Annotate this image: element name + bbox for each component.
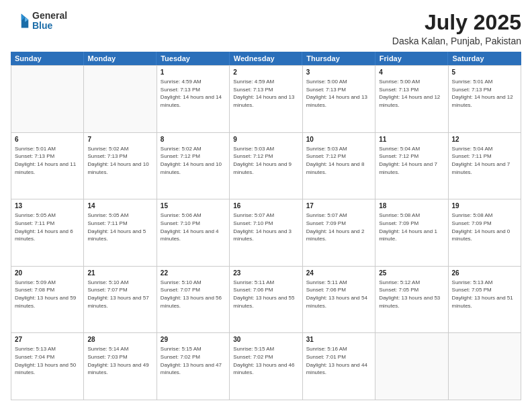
day-info-6: Sunrise: 5:01 AMSunset: 7:13 PMDaylight:… — [15, 145, 80, 176]
day-info-28: Sunrise: 5:14 AMSunset: 7:03 PMDaylight:… — [87, 345, 152, 376]
empty-cell-0-1 — [84, 66, 157, 133]
day-number-23: 23 — [233, 269, 298, 278]
day-info-23: Sunrise: 5:11 AMSunset: 7:06 PMDaylight:… — [233, 279, 298, 310]
day-number-29: 29 — [161, 335, 226, 345]
header-friday: Friday — [375, 52, 449, 65]
day-cell-21: 21Sunrise: 5:10 AMSunset: 7:07 PMDayligh… — [84, 267, 157, 334]
week-row-2: 13Sunrise: 5:05 AMSunset: 7:11 PMDayligh… — [11, 199, 521, 267]
header-monday: Monday — [84, 52, 157, 65]
day-cell-30: 30Sunrise: 5:15 AMSunset: 7:02 PMDayligh… — [230, 333, 302, 400]
day-info-13: Sunrise: 5:05 AMSunset: 7:11 PMDaylight:… — [15, 212, 80, 242]
day-number-19: 19 — [452, 201, 517, 211]
title-block: July 2025 Daska Kalan, Punjab, Pakistan — [392, 11, 521, 46]
logo-general: General — [32, 11, 67, 21]
day-cell-23: 23Sunrise: 5:11 AMSunset: 7:06 PMDayligh… — [230, 267, 302, 334]
header: General Blue July 2025 Daska Kalan, Punj… — [11, 11, 521, 46]
day-number-2: 2 — [233, 68, 298, 77]
day-cell-10: 10Sunrise: 5:03 AMSunset: 7:12 PMDayligh… — [303, 133, 375, 200]
day-cell-31: 31Sunrise: 5:16 AMSunset: 7:01 PMDayligh… — [303, 333, 375, 400]
day-info-24: Sunrise: 5:11 AMSunset: 7:06 PMDaylight:… — [306, 279, 371, 310]
day-cell-9: 9Sunrise: 5:03 AMSunset: 7:12 PMDaylight… — [230, 133, 302, 200]
day-info-30: Sunrise: 5:15 AMSunset: 7:02 PMDaylight:… — [233, 345, 298, 376]
day-cell-26: 26Sunrise: 5:13 AMSunset: 7:05 PMDayligh… — [449, 267, 521, 334]
day-info-15: Sunrise: 5:06 AMSunset: 7:10 PMDaylight:… — [161, 212, 226, 242]
day-cell-13: 13Sunrise: 5:05 AMSunset: 7:11 PMDayligh… — [11, 199, 84, 267]
logo: General Blue — [11, 11, 67, 32]
calendar-body: 1Sunrise: 4:59 AMSunset: 7:13 PMDaylight… — [11, 65, 521, 400]
day-info-26: Sunrise: 5:13 AMSunset: 7:05 PMDaylight:… — [452, 279, 517, 310]
day-info-31: Sunrise: 5:16 AMSunset: 7:01 PMDaylight:… — [306, 345, 371, 376]
day-cell-18: 18Sunrise: 5:08 AMSunset: 7:09 PMDayligh… — [375, 199, 448, 267]
header-sunday: Sunday — [11, 52, 84, 65]
month-title: July 2025 — [392, 11, 521, 34]
day-number-11: 11 — [379, 135, 444, 144]
day-info-22: Sunrise: 5:10 AMSunset: 7:07 PMDaylight:… — [161, 279, 226, 310]
page: General Blue July 2025 Daska Kalan, Punj… — [0, 0, 532, 411]
empty-cell-4-6 — [449, 333, 521, 400]
day-cell-11: 11Sunrise: 5:04 AMSunset: 7:12 PMDayligh… — [375, 133, 448, 200]
day-cell-8: 8Sunrise: 5:02 AMSunset: 7:12 PMDaylight… — [157, 133, 230, 200]
day-number-3: 3 — [306, 68, 371, 77]
day-number-17: 17 — [306, 201, 371, 211]
day-cell-6: 6Sunrise: 5:01 AMSunset: 7:13 PMDaylight… — [11, 133, 84, 200]
day-number-6: 6 — [15, 135, 80, 144]
day-cell-25: 25Sunrise: 5:12 AMSunset: 7:05 PMDayligh… — [375, 267, 448, 334]
day-number-20: 20 — [15, 269, 80, 278]
day-cell-28: 28Sunrise: 5:14 AMSunset: 7:03 PMDayligh… — [84, 333, 157, 400]
logo-text: General Blue — [32, 11, 67, 32]
day-info-25: Sunrise: 5:12 AMSunset: 7:05 PMDaylight:… — [379, 279, 444, 310]
location-title: Daska Kalan, Punjab, Pakistan — [392, 36, 521, 46]
day-cell-7: 7Sunrise: 5:02 AMSunset: 7:13 PMDaylight… — [84, 133, 157, 200]
day-number-8: 8 — [161, 135, 226, 144]
empty-cell-0-0 — [11, 66, 84, 133]
day-number-24: 24 — [306, 269, 371, 278]
day-number-5: 5 — [452, 68, 517, 77]
logo-icon — [11, 11, 30, 30]
day-info-14: Sunrise: 5:05 AMSunset: 7:11 PMDaylight:… — [87, 212, 152, 242]
day-cell-16: 16Sunrise: 5:07 AMSunset: 7:10 PMDayligh… — [230, 199, 302, 267]
day-cell-24: 24Sunrise: 5:11 AMSunset: 7:06 PMDayligh… — [303, 267, 375, 334]
day-number-1: 1 — [161, 68, 226, 77]
header-saturday: Saturday — [448, 52, 521, 65]
day-info-5: Sunrise: 5:01 AMSunset: 7:13 PMDaylight:… — [452, 78, 517, 109]
day-number-28: 28 — [87, 335, 152, 345]
header-wednesday: Wednesday — [230, 52, 303, 65]
day-number-7: 7 — [87, 135, 152, 144]
week-row-1: 6Sunrise: 5:01 AMSunset: 7:13 PMDaylight… — [11, 133, 521, 200]
day-info-1: Sunrise: 4:59 AMSunset: 7:13 PMDaylight:… — [161, 78, 226, 109]
day-info-7: Sunrise: 5:02 AMSunset: 7:13 PMDaylight:… — [87, 145, 152, 176]
week-row-0: 1Sunrise: 4:59 AMSunset: 7:13 PMDaylight… — [11, 66, 521, 133]
day-cell-27: 27Sunrise: 5:13 AMSunset: 7:04 PMDayligh… — [11, 333, 84, 400]
day-number-14: 14 — [87, 201, 152, 211]
day-cell-3: 3Sunrise: 5:00 AMSunset: 7:13 PMDaylight… — [303, 66, 375, 133]
day-info-8: Sunrise: 5:02 AMSunset: 7:12 PMDaylight:… — [161, 145, 226, 176]
day-cell-19: 19Sunrise: 5:08 AMSunset: 7:09 PMDayligh… — [449, 199, 521, 267]
day-number-25: 25 — [379, 269, 444, 278]
week-row-3: 20Sunrise: 5:09 AMSunset: 7:08 PMDayligh… — [11, 267, 521, 334]
day-info-4: Sunrise: 5:00 AMSunset: 7:13 PMDaylight:… — [379, 78, 444, 109]
day-info-9: Sunrise: 5:03 AMSunset: 7:12 PMDaylight:… — [233, 145, 298, 176]
day-number-18: 18 — [379, 201, 444, 211]
day-info-10: Sunrise: 5:03 AMSunset: 7:12 PMDaylight:… — [306, 145, 371, 176]
day-cell-15: 15Sunrise: 5:06 AMSunset: 7:10 PMDayligh… — [157, 199, 230, 267]
day-cell-17: 17Sunrise: 5:07 AMSunset: 7:09 PMDayligh… — [303, 199, 375, 267]
day-number-31: 31 — [306, 335, 371, 345]
day-number-26: 26 — [452, 269, 517, 278]
header-tuesday: Tuesday — [157, 52, 230, 65]
day-info-19: Sunrise: 5:08 AMSunset: 7:09 PMDaylight:… — [452, 212, 517, 242]
day-cell-5: 5Sunrise: 5:01 AMSunset: 7:13 PMDaylight… — [449, 66, 521, 133]
day-cell-22: 22Sunrise: 5:10 AMSunset: 7:07 PMDayligh… — [157, 267, 230, 334]
day-number-22: 22 — [161, 269, 226, 278]
day-cell-29: 29Sunrise: 5:15 AMSunset: 7:02 PMDayligh… — [157, 333, 230, 400]
day-info-20: Sunrise: 5:09 AMSunset: 7:08 PMDaylight:… — [15, 279, 80, 310]
day-cell-12: 12Sunrise: 5:04 AMSunset: 7:11 PMDayligh… — [449, 133, 521, 200]
week-row-4: 27Sunrise: 5:13 AMSunset: 7:04 PMDayligh… — [11, 333, 521, 400]
day-info-12: Sunrise: 5:04 AMSunset: 7:11 PMDaylight:… — [452, 145, 517, 176]
day-cell-1: 1Sunrise: 4:59 AMSunset: 7:13 PMDaylight… — [157, 66, 230, 133]
day-number-16: 16 — [233, 201, 298, 211]
day-number-30: 30 — [233, 335, 298, 345]
day-number-10: 10 — [306, 135, 371, 144]
logo-blue: Blue — [32, 21, 67, 31]
day-number-21: 21 — [87, 269, 152, 278]
empty-cell-4-5 — [375, 333, 448, 400]
